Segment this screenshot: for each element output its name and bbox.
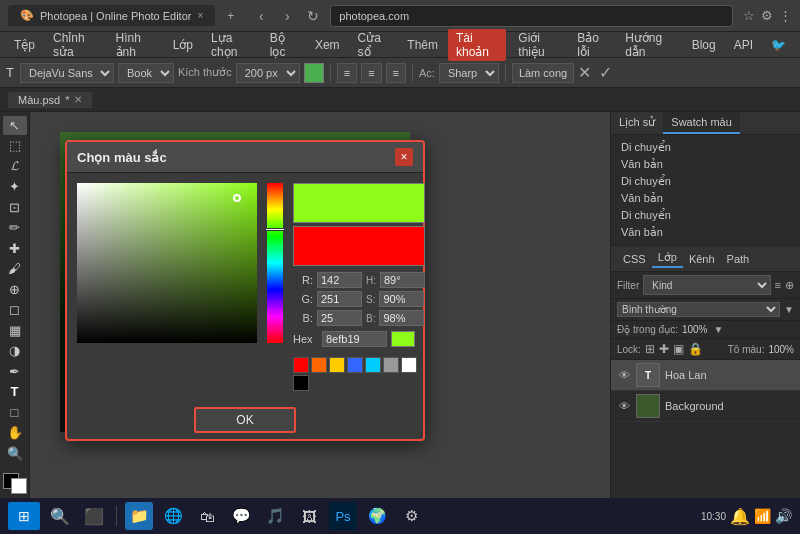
lock-dropdown-icon[interactable]: ▼ (784, 304, 794, 315)
filter-kind-select[interactable]: Kind (643, 275, 770, 295)
eyedropper-tool[interactable]: ✏ (3, 219, 27, 238)
menu-api[interactable]: API (726, 36, 761, 54)
swatch-tab[interactable]: Swatch màu (663, 112, 740, 134)
taskview-button[interactable]: ⬛ (80, 502, 108, 530)
lock-pixels-icon[interactable]: ⊞ (645, 342, 655, 356)
taskbar-settings[interactable]: ⚙ (397, 502, 425, 530)
history-item-2[interactable]: Di chuyển (617, 173, 794, 190)
opacity-dropdown[interactable]: ▼ (714, 324, 724, 335)
cancel-button[interactable]: ✕ (578, 63, 591, 82)
file-tab[interactable]: Màu.psd * ✕ (8, 92, 92, 108)
start-button[interactable]: ⊞ (8, 502, 40, 530)
hue-slider[interactable] (267, 183, 283, 343)
back-button[interactable]: ‹ (250, 5, 272, 27)
taskbar-chrome[interactable]: 🌍 (363, 502, 391, 530)
menu-file[interactable]: Tệp (6, 36, 43, 54)
menu-view[interactable]: Xem (307, 36, 348, 54)
history-item-0[interactable]: Di chuyển (617, 139, 794, 156)
history-item-5[interactable]: Văn bản (617, 224, 794, 241)
swatch-yellow[interactable] (329, 357, 345, 373)
selection-tool[interactable]: ⬚ (3, 137, 27, 156)
layers-tab[interactable]: Lớp (652, 249, 683, 268)
menu-select[interactable]: Lựa chọn (203, 29, 260, 61)
align-left-button[interactable]: ≡ (337, 63, 357, 83)
menu-filter[interactable]: Bộ lọc (262, 29, 305, 61)
taskbar-photoshop[interactable]: Ps (329, 502, 357, 530)
font-style-select[interactable]: Book (118, 63, 174, 83)
menu-image[interactable]: Hình ảnh (108, 29, 163, 61)
css-tab[interactable]: CSS (617, 251, 652, 267)
hand-tool[interactable]: ✋ (3, 424, 27, 443)
taskbar-chat[interactable]: 💬 (227, 502, 255, 530)
taskbar-tray[interactable]: 🔔 (730, 507, 750, 526)
background-color[interactable] (11, 478, 27, 494)
taskbar-store[interactable]: 🛍 (193, 502, 221, 530)
lasso-tool[interactable]: 𝓛 (3, 157, 27, 176)
menu-bugreport[interactable]: Bảo lỗi (569, 29, 615, 61)
menu-about[interactable]: Giới thiệu (510, 29, 567, 61)
extension-icon[interactable]: ⚙ (761, 8, 773, 23)
magic-wand-tool[interactable]: ✦ (3, 178, 27, 197)
lock-move-icon[interactable]: ✚ (659, 342, 669, 356)
history-item-3[interactable]: Văn bản (617, 190, 794, 207)
menu-tutorial[interactable]: Hướng dẫn (617, 29, 681, 61)
clone-tool[interactable]: ⊕ (3, 280, 27, 299)
fill-value[interactable]: 100% (768, 344, 794, 355)
filter-options-icon[interactable]: ≡ (775, 279, 781, 291)
dodge-tool[interactable]: ◑ (3, 342, 27, 361)
browser-tab[interactable]: 🎨 Photopea | Online Photo Editor × (8, 5, 215, 26)
tab-close-button[interactable]: × (197, 10, 203, 21)
new-tab-button[interactable]: + (221, 9, 240, 23)
color-picker-dialog[interactable]: Chọn màu sắc × R: (65, 140, 425, 441)
h-input[interactable] (380, 272, 425, 288)
swatch-white[interactable] (401, 357, 417, 373)
menu-blog[interactable]: Blog (684, 36, 724, 54)
gradient-tool[interactable]: ▦ (3, 321, 27, 340)
menu-account[interactable]: Tài khoản (448, 29, 506, 61)
taskbar-photos[interactable]: 🖼 (295, 502, 323, 530)
swatch-red[interactable] (293, 357, 309, 373)
dialog-close-button[interactable]: × (395, 148, 413, 166)
font-size-select[interactable]: 200 px (236, 63, 300, 83)
opacity-value[interactable]: 100% (682, 324, 708, 335)
file-tab-close[interactable]: ✕ (74, 94, 82, 105)
antialiasing-select[interactable]: Sharp (439, 63, 499, 83)
swatch-orange[interactable] (311, 357, 327, 373)
align-right-button[interactable]: ≡ (386, 63, 406, 83)
search-taskbar-button[interactable]: 🔍 (46, 502, 74, 530)
new-color-preview[interactable] (293, 183, 425, 223)
swatch-black[interactable] (293, 375, 309, 391)
taskbar-edge[interactable]: 🌐 (159, 502, 187, 530)
history-item-1[interactable]: Văn bản (617, 156, 794, 173)
refresh-button[interactable]: ↻ (302, 5, 324, 27)
g-input[interactable] (317, 291, 362, 307)
lock-all-icon[interactable]: 🔒 (688, 342, 703, 356)
lock-artboard-icon[interactable]: ▣ (673, 342, 684, 356)
hex-input[interactable] (322, 331, 387, 347)
forward-button[interactable]: › (276, 5, 298, 27)
menu-edit[interactable]: Chỉnh sửa (45, 29, 105, 61)
old-color-preview[interactable] (293, 226, 425, 266)
pen-tool[interactable]: ✒ (3, 362, 27, 381)
layer-item-0[interactable]: 👁 T Hoa Lan (611, 360, 800, 391)
swatch-gray[interactable] (383, 357, 399, 373)
zoom-tool[interactable]: 🔍 (3, 444, 27, 463)
shape-tool[interactable]: □ (3, 403, 27, 422)
s-input[interactable] (379, 291, 424, 307)
r-input[interactable] (317, 272, 362, 288)
swatch-cyan[interactable] (365, 357, 381, 373)
history-item-4[interactable]: Di chuyển (617, 207, 794, 224)
heal-tool[interactable]: ✚ (3, 239, 27, 258)
path-tab[interactable]: Path (721, 251, 756, 267)
eraser-tool[interactable]: ◻ (3, 301, 27, 320)
layer-visibility-1[interactable]: 👁 (617, 399, 631, 413)
blend-mode-select[interactable]: Bình thường (617, 302, 780, 317)
confirm-button[interactable]: ✓ (599, 63, 612, 82)
bookmark-icon[interactable]: ☆ (743, 8, 755, 23)
layer-visibility-0[interactable]: 👁 (617, 368, 631, 382)
align-center-button[interactable]: ≡ (361, 63, 381, 83)
menu-layer[interactable]: Lớp (165, 36, 201, 54)
text-tool[interactable]: T (3, 383, 27, 402)
warp-button[interactable]: Làm cong (512, 63, 574, 83)
menu-window[interactable]: Cửa sổ (350, 29, 398, 61)
